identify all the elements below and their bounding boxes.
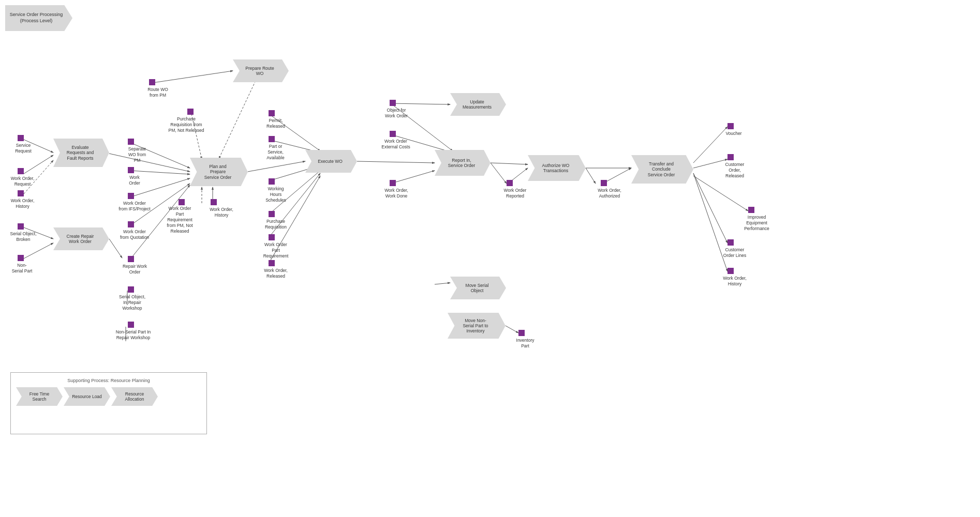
legend-chevrons: Free TimeSearch Resource Load ResourceAl… bbox=[16, 387, 201, 406]
wo-reported-label: Work OrderReported bbox=[493, 188, 537, 199]
customer-order-released-label: CustomerOrder,Released bbox=[711, 162, 758, 179]
customer-order-released-obj bbox=[727, 154, 734, 160]
service-request-obj bbox=[18, 135, 24, 141]
wo-history1-label: Work Order,History bbox=[3, 198, 42, 209]
svg-line-32 bbox=[391, 103, 450, 104]
svg-line-11 bbox=[219, 71, 260, 159]
plan-prepare-chevron: Plan andPrepareService Order bbox=[190, 158, 248, 186]
object-for-wo-obj bbox=[390, 100, 396, 106]
svg-line-28 bbox=[357, 161, 435, 163]
customer-order-lines-obj bbox=[727, 239, 734, 246]
wo-quotation-obj bbox=[128, 221, 134, 227]
wo-work-done-obj bbox=[390, 180, 396, 186]
inventory-part-label: InventoryPart bbox=[507, 338, 543, 349]
object-for-wo-label: Object forWork Order bbox=[376, 108, 417, 119]
diagram-container: Service Order Processing(Process Level) … bbox=[0, 0, 980, 517]
working-hours-label: WorkingHoursSchedules bbox=[255, 186, 296, 203]
serial-in-repair-label: Serial Object,In RepairWorkshop bbox=[108, 294, 157, 311]
svg-line-10 bbox=[150, 71, 233, 83]
move-serial-chevron: Move SerialObject bbox=[450, 277, 506, 299]
svg-line-41 bbox=[693, 176, 748, 211]
service-request-label: ServiceRequest bbox=[5, 143, 41, 154]
route-wo-obj bbox=[149, 79, 155, 85]
wo-history2-obj bbox=[211, 199, 217, 205]
serial-obj-broken-label: Serial Object,Broken bbox=[3, 231, 44, 242]
permit-released-obj bbox=[269, 110, 275, 116]
wo-authorized-obj bbox=[601, 180, 607, 186]
legend-title: Supporting Process: Resource Planning bbox=[16, 378, 201, 383]
non-serial-in-repair-label: Non-Serial Part InRepair Workshop bbox=[103, 329, 163, 341]
repair-wo-obj bbox=[128, 256, 134, 262]
create-repair-chevron: Create RepairWork Order bbox=[53, 227, 109, 250]
wo-history2-label: Work Order,History bbox=[201, 207, 242, 218]
wo-part-req-not-released-obj bbox=[179, 199, 185, 205]
wo-history3-obj bbox=[727, 268, 734, 274]
arrows-svg bbox=[0, 0, 980, 517]
transfer-conclude-chevron: Transfer andConcludeService Order bbox=[631, 155, 693, 184]
wo-released-label: Work Order,Released bbox=[255, 268, 296, 279]
prepare-route-chevron: Prepare RouteWO bbox=[233, 59, 289, 82]
purchase-req-obj bbox=[269, 211, 275, 217]
svg-line-44 bbox=[435, 283, 450, 284]
work-order-label: WorkOrder bbox=[116, 175, 153, 186]
part-service-label: Part orService,Available bbox=[256, 144, 295, 161]
svg-line-17 bbox=[109, 239, 122, 258]
improved-equipment-label: ImprovedEquipmentPerformance bbox=[732, 215, 781, 232]
non-serial-part-label: Non-Serial Part bbox=[5, 263, 39, 274]
route-wo-label: Route WOfrom PM bbox=[137, 87, 179, 98]
wo-external-costs-label: Work OrderExternal Costs bbox=[373, 139, 419, 150]
purchase-req-not-released-label: PurchaseRequisition fromPM, Not Released bbox=[163, 116, 210, 133]
working-hours-obj bbox=[269, 178, 275, 185]
svg-line-31 bbox=[391, 171, 435, 184]
wo-request-label: Work Order,Request bbox=[3, 176, 42, 187]
execute-wo-chevron: Execute WO bbox=[305, 150, 357, 173]
wo-quotation-label: Work Orderfrom Quotation bbox=[111, 229, 158, 240]
svg-line-36 bbox=[586, 168, 596, 184]
purchase-req-label: PurchaseRequisition bbox=[255, 219, 296, 230]
work-order-obj bbox=[128, 167, 134, 173]
non-serial-in-repair-obj bbox=[128, 322, 134, 328]
legend-resource-load: Resource Load bbox=[64, 387, 110, 406]
voucher-obj bbox=[727, 123, 734, 129]
svg-line-42 bbox=[693, 173, 727, 243]
inventory-part-obj bbox=[518, 330, 525, 336]
permit-released-label: Permit,Released bbox=[258, 118, 294, 129]
wo-ifs-obj bbox=[128, 193, 134, 199]
wo-reported-obj bbox=[507, 180, 513, 186]
svg-line-16 bbox=[24, 243, 53, 258]
serial-in-repair-obj bbox=[128, 286, 134, 293]
separate-wo-label: SeparateWO fromPM bbox=[116, 146, 158, 163]
wo-part-req-label: Work OrderPartRequirement bbox=[255, 242, 296, 259]
move-nonserial-chevron: Move Non-Serial Part toInventory bbox=[448, 313, 506, 339]
update-measurements-chevron: UpdateMeasurements bbox=[450, 93, 506, 116]
svg-line-3 bbox=[24, 155, 53, 174]
evaluate-chevron: EvaluateRequests andFault Reports bbox=[53, 139, 109, 167]
wo-part-req-not-released-label: Work OrderPartRequirementfrom PM, NotRel… bbox=[155, 206, 204, 234]
wo-external-costs-obj bbox=[390, 131, 396, 137]
wo-authorized-label: Work Order,Authorized bbox=[586, 188, 633, 199]
legend-free-time: Free TimeSearch bbox=[16, 387, 63, 406]
customer-order-lines-label: CustomerOrder Lines bbox=[711, 247, 758, 258]
svg-line-33 bbox=[491, 163, 507, 184]
legend-resource-allocation: ResourceAllocation bbox=[111, 387, 158, 406]
svg-line-6 bbox=[130, 171, 190, 174]
serial-obj-broken-obj bbox=[18, 223, 24, 230]
svg-line-45 bbox=[506, 326, 518, 333]
process-title: Service Order Processing(Process Level) bbox=[5, 5, 72, 31]
wo-history1-obj bbox=[18, 190, 24, 196]
wo-ifs-label: Work Orderfrom IFS/Project bbox=[111, 201, 158, 212]
report-in-chevron: Report In,Service Order bbox=[435, 150, 491, 176]
wo-request-obj bbox=[18, 168, 24, 174]
svg-line-21 bbox=[248, 161, 305, 172]
part-service-obj bbox=[269, 136, 275, 142]
legend-box: Supporting Process: Resource Planning Fr… bbox=[10, 372, 207, 434]
repair-wo-label: Repair WorkOrder bbox=[113, 264, 157, 275]
svg-line-35 bbox=[491, 163, 528, 164]
wo-history3-label: Work Order,History bbox=[711, 276, 758, 287]
authorize-wo-chevron: Authorize WOTransactions bbox=[528, 155, 586, 181]
separate-wo-obj bbox=[128, 139, 134, 145]
improved-equipment-obj bbox=[748, 207, 754, 213]
wo-released-obj bbox=[269, 260, 275, 266]
voucher-label: Voucher bbox=[718, 131, 749, 136]
purchase-req-not-released-obj bbox=[187, 109, 194, 115]
